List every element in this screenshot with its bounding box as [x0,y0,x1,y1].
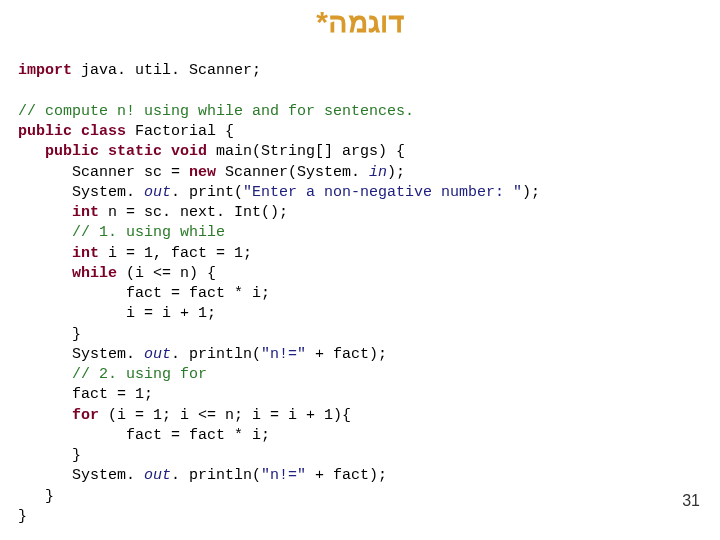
string-literal: "n!=" [261,346,306,363]
string-literal: "n!=" [261,467,306,484]
code-text: ); [522,184,540,201]
code-text: Scanner(System. [216,164,369,181]
code-text: } [18,488,54,505]
static-out: out [144,346,171,363]
code-text [18,204,72,221]
code-text: } [18,447,81,464]
code-text: main(String[] args) { [207,143,405,160]
code-text: } [18,326,81,343]
page-number: 31 [682,492,700,510]
code-text: System. [18,184,144,201]
kw-public-static-void: public static void [18,143,207,160]
code-text: (i = 1; i <= n; i = i + 1){ [99,407,351,424]
code-text: . println( [171,346,261,363]
code-text: + fact); [306,467,387,484]
code-text: i = i + 1; [18,305,216,322]
kw-int: int [72,204,99,221]
code-text: } [18,508,27,525]
comment: // 2. using for [18,366,207,383]
code-text: java. util. Scanner; [72,62,261,79]
kw-new: new [189,164,216,181]
static-in: in [369,164,387,181]
code-text [18,265,72,282]
code-text [18,407,72,424]
code-text: System. [18,467,144,484]
static-out: out [144,467,171,484]
kw-int: int [72,245,99,262]
kw-import: import [18,62,72,79]
code-text: fact = fact * i; [18,285,270,302]
kw-for: for [72,407,99,424]
code-text: Scanner sc = [18,164,189,181]
code-text: fact = fact * i; [18,427,270,444]
slide-title: דוגמה* [0,4,720,39]
code-block: import java. util. Scanner; // compute n… [0,41,720,527]
comment: // compute n! using while and for senten… [18,103,414,120]
code-text: . print( [171,184,243,201]
code-text: n = sc. next. Int(); [99,204,288,221]
code-text: i = 1, fact = 1; [99,245,252,262]
kw-public-class: public class [18,123,126,140]
kw-while: while [72,265,117,282]
code-text: ); [387,164,405,181]
code-text: . println( [171,467,261,484]
code-text [18,245,72,262]
static-out: out [144,184,171,201]
code-text: Factorial { [126,123,234,140]
string-literal: "Enter a non-negative number: " [243,184,522,201]
comment: // 1. using while [18,224,225,241]
code-text: System. [18,346,144,363]
code-text: + fact); [306,346,387,363]
code-text: fact = 1; [18,386,153,403]
code-text: (i <= n) { [117,265,216,282]
